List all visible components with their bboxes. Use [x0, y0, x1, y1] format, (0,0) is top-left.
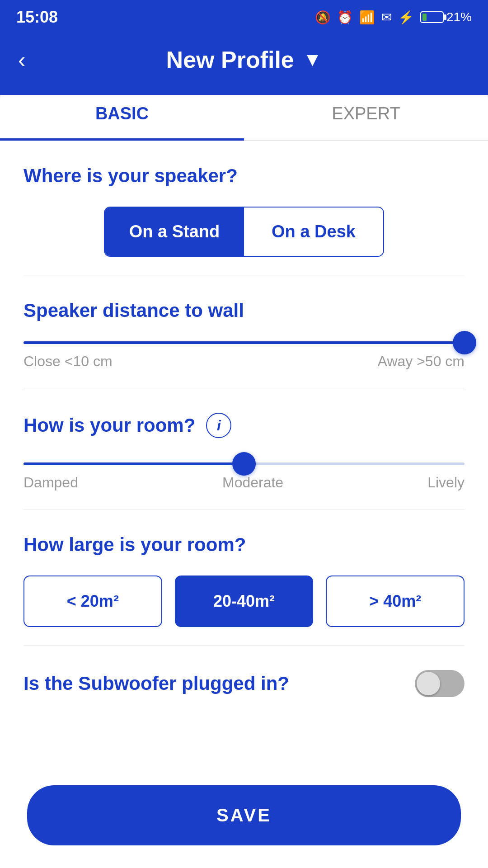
- subwoofer-label: Is the Subwoofer plugged in?: [23, 673, 289, 694]
- room-size-section: How large is your room? < 20m² 20-40m² >…: [0, 509, 488, 645]
- room-type-thumb[interactable]: [232, 452, 256, 476]
- speaker-location-section: Where is your speaker? On a Stand On a D…: [0, 141, 488, 275]
- speaker-location-question: Where is your speaker?: [23, 165, 465, 187]
- save-section: SAVE: [0, 772, 488, 868]
- battery-percent: 21%: [446, 10, 472, 24]
- room-size-large-button[interactable]: > 40m²: [326, 576, 465, 627]
- room-type-label-right: Lively: [427, 474, 465, 491]
- speaker-distance-label-left: Close <10 cm: [23, 353, 113, 370]
- status-icons: 🔕 ⏰ 📶 ✉ ⚡ 21%: [315, 10, 472, 25]
- room-type-labels: Damped Moderate Lively: [23, 474, 465, 491]
- chevron-down-icon[interactable]: ▼: [303, 49, 322, 71]
- room-size-small-button[interactable]: < 20m²: [23, 576, 162, 627]
- room-type-info-icon[interactable]: i: [206, 413, 231, 438]
- battery-bar: [420, 11, 444, 23]
- speaker-distance-thumb[interactable]: [453, 331, 476, 354]
- main-content: BASIC EXPERT Where is your speaker? On a…: [0, 84, 488, 862]
- location-stand-button[interactable]: On a Stand: [105, 208, 244, 256]
- charging-icon: ⚡: [398, 10, 414, 25]
- speaker-distance-track: [23, 341, 465, 344]
- room-size-question: How large is your room?: [23, 534, 465, 556]
- room-type-slider-wrapper: [23, 462, 465, 465]
- location-desk-button[interactable]: On a Desk: [244, 208, 383, 256]
- room-size-medium-button[interactable]: 20-40m²: [175, 576, 314, 627]
- save-button[interactable]: SAVE: [27, 785, 461, 845]
- tabs: BASIC EXPERT: [0, 84, 488, 141]
- speaker-distance-section: Speaker distance to wall Close <10 cm Aw…: [0, 275, 488, 388]
- battery-container: 21%: [420, 10, 472, 24]
- speaker-distance-slider-wrapper: [23, 341, 465, 344]
- room-type-title-row: How is your room? i: [23, 413, 465, 438]
- tab-expert[interactable]: EXPERT: [244, 84, 488, 140]
- data-icon: ✉: [381, 10, 392, 25]
- room-type-label-center: Moderate: [222, 474, 283, 491]
- mute-icon: 🔕: [315, 10, 331, 25]
- status-time: 15:08: [16, 8, 58, 27]
- speaker-distance-fill: [23, 341, 465, 344]
- back-button[interactable]: ‹: [18, 48, 26, 71]
- room-type-label-left: Damped: [23, 474, 78, 491]
- speaker-distance-label: Speaker distance to wall: [23, 300, 465, 321]
- alarm-icon: ⏰: [337, 10, 353, 25]
- room-type-track: [23, 462, 465, 465]
- room-size-buttons: < 20m² 20-40m² > 40m²: [23, 576, 465, 627]
- toggle-knob: [417, 672, 440, 695]
- room-type-section: How is your room? i Damped Moderate Live…: [0, 388, 488, 509]
- battery-fill: [422, 14, 427, 21]
- header-title-text: New Profile: [166, 46, 294, 73]
- subwoofer-toggle[interactable]: [415, 670, 465, 697]
- speaker-location-buttons: On a Stand On a Desk: [104, 207, 384, 257]
- status-bar: 15:08 🔕 ⏰ 📶 ✉ ⚡ 21%: [0, 0, 488, 33]
- speaker-distance-label-right: Away >50 cm: [378, 353, 465, 370]
- subwoofer-section: Is the Subwoofer plugged in?: [0, 646, 488, 715]
- room-type-fill: [23, 462, 244, 465]
- wifi-icon: 📶: [359, 10, 375, 25]
- tab-basic[interactable]: BASIC: [0, 84, 244, 140]
- speaker-distance-labels: Close <10 cm Away >50 cm: [23, 353, 465, 370]
- header-title: New Profile ▼: [166, 46, 322, 73]
- room-type-question: How is your room?: [23, 415, 195, 436]
